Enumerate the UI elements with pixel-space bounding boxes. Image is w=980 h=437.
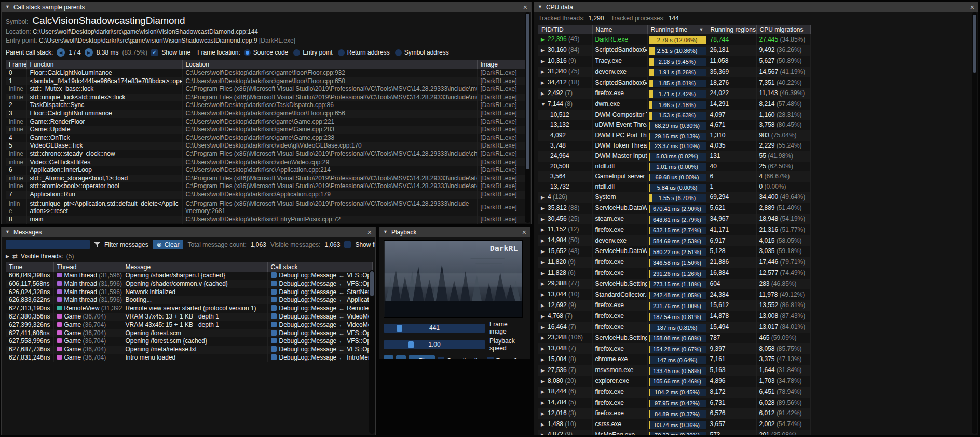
callstack-icon[interactable]	[271, 289, 277, 295]
message-row[interactable]: 627,313,190nsRemoteView (31,392)Remote v…	[6, 304, 372, 313]
expand-tree-icon[interactable]: ▶	[541, 247, 548, 257]
cpu-row[interactable]: ▶14,984 (50)devenv.exe584.69 ms (2.53%)6…	[538, 235, 810, 246]
header-running-time[interactable]: ▼ Running time	[647, 25, 707, 34]
message-row[interactable]: 606,049,398nsMain thread (31,596)Opening…	[6, 272, 372, 280]
header-image[interactable]: Image	[477, 60, 528, 69]
callstack-icon[interactable]	[271, 322, 277, 327]
prev-frame-button[interactable]: ◀	[384, 355, 393, 359]
callstack-icon[interactable]	[271, 338, 277, 343]
callstack-frame-row[interactable]: 0Floor::CalcLightNoLuminanceC:\Users\wol…	[6, 69, 528, 77]
expand-tree-icon[interactable]: ▶	[541, 204, 548, 214]
callstack-frame-row[interactable]: inlinestd::_Mutex_base::lockC:\Program F…	[6, 85, 528, 94]
expand-tree-icon[interactable]: ▶	[541, 35, 548, 45]
messages-scrollbar-thumb[interactable]	[370, 271, 374, 296]
header-frame[interactable]: Frame	[6, 60, 26, 69]
callstack-icon[interactable]	[271, 281, 277, 286]
radio-icon[interactable]	[244, 49, 251, 56]
callstack-cell[interactable]: DebugLog::Message←RemoteVie	[267, 304, 372, 313]
callstack-cell[interactable]: DebugLog::Message←IntroMenu::	[267, 354, 372, 362]
callstack-icon[interactable]	[271, 272, 277, 278]
radio-option[interactable]: Source code	[244, 49, 288, 56]
expand-tree-icon[interactable]: ▶	[541, 387, 548, 398]
cpu-row[interactable]: ▶4,768 (7)firefox.exe187.54 ms (0.81%)14…	[538, 311, 810, 322]
callstack-cell[interactable]: DebugLog::Message←StartNetwo	[267, 288, 372, 297]
cpu-row[interactable]: 3,564GameInput server69.68 us (0.00%)64 …	[538, 171, 810, 182]
expand-tree-icon[interactable]: ▶	[541, 377, 548, 387]
expand-tree-icon[interactable]: ▶	[541, 301, 548, 311]
message-row[interactable]: 627,687,736nsGame (36,704)Opening /meta/…	[6, 346, 372, 354]
callstack-scrollbar[interactable]	[525, 12, 530, 223]
cpu-row[interactable]: 10,512DWM Compositor Thread1.53 s (6.63%…	[538, 110, 810, 121]
callstack-cell[interactable]: DebugLog::Message←VFS::Open	[267, 280, 372, 288]
callstack-frame-row[interactable]: 4Game::OnTickC:\Users\wolf\Desktop\darkr…	[6, 134, 528, 142]
cpu-row[interactable]: ▶11,828 (6)firefox.exe291.26 ms (1.26%)1…	[538, 268, 810, 279]
callstack-frame-row[interactable]: 3Floor::CalcLightNoLuminanceC:\Users\wol…	[6, 110, 528, 118]
collapse-tree-icon[interactable]: ▼	[541, 100, 548, 110]
message-row[interactable]: 627,380,356nsGame (36,704)VRAM 37x45: 13…	[6, 313, 372, 321]
callstack-frame-row[interactable]: 7Application::RunC:\Users\wolf\Desktop\d…	[6, 191, 528, 199]
callstack-icon[interactable]	[271, 297, 277, 302]
callstack-frame-row[interactable]: inlinestd::unique_lock<std::mutex>::lock…	[6, 94, 528, 102]
callstack-frame-row[interactable]: 5VideoGLBase::TickC:\Users\wolf\Desktop\…	[6, 142, 528, 150]
cpu-row[interactable]: ▼7,144 (8)dwm.exe1.66 s (7.18%)14,2918,2…	[538, 99, 810, 110]
message-row[interactable]: 627,831,246nsGame (36,704)Intro menu loa…	[6, 354, 372, 362]
header-pid-tid[interactable]: PID/TID	[538, 25, 592, 34]
speed-slider[interactable]: 1.00	[384, 340, 485, 349]
cpu-row[interactable]: ▶30,456 (25)steam.exe643.61 ms (2.79%)34…	[538, 214, 810, 225]
radio-icon[interactable]	[293, 49, 300, 56]
collapse-icon[interactable]: ▼	[5, 230, 10, 234]
frame-slider[interactable]: 441	[384, 324, 485, 333]
callstack-icon[interactable]	[271, 330, 277, 336]
expand-tree-icon[interactable]: ▶	[541, 236, 548, 246]
cpu-row[interactable]: ▶12,016 (3)firefox.exe84.89 ms (0.37%)6,…	[538, 408, 810, 419]
clear-button[interactable]: ⊗ Clear	[153, 240, 184, 249]
expand-tree-icon[interactable]: ▶	[541, 333, 548, 343]
cpu-row[interactable]: ▶13,044 (10)StandardCollector.Servic242.…	[538, 289, 810, 300]
expand-tree-icon[interactable]: ▶	[541, 366, 548, 376]
expand-tree-icon[interactable]: ▶	[541, 409, 548, 419]
radio-icon[interactable]	[395, 49, 402, 56]
radio-option[interactable]: Symbol address	[395, 49, 449, 56]
cpu-titlebar[interactable]: ▼ CPU data ×	[534, 2, 978, 12]
expand-tree-icon[interactable]: ▶	[541, 78, 548, 88]
cpu-row[interactable]: ▶14,784 (5)firefox.exe97.95 ms (0.42%)6,…	[538, 398, 810, 408]
cpu-row[interactable]: ▶31,340 (75)devenv.exe1.91 s (8.26%)35,3…	[538, 67, 810, 77]
cpu-row[interactable]: ▶11,820 (9)firefox.exe346.58 ms (1.50%)2…	[538, 257, 810, 268]
collapse-icon[interactable]: ▼	[5, 5, 10, 9]
cpu-row[interactable]: ▶18,444 (6)firefox.exe104.2 ms (0.45%)8,…	[538, 387, 810, 398]
header-callstack[interactable]: Call stack	[267, 262, 372, 272]
expand-tree-icon[interactable]: ▶	[541, 46, 548, 56]
header-function[interactable]: Function	[26, 60, 182, 69]
callstack-cell[interactable]: DebugLog::Message←VFS::Open	[267, 337, 372, 346]
expand-tree-icon[interactable]: ▶	[541, 430, 548, 435]
playback-titlebar[interactable]: ▼ Playback ×	[379, 227, 530, 237]
header-location[interactable]: Location	[182, 60, 477, 69]
cpu-row[interactable]: ▶4 (126)System1.55 s (6.70%)69,29434,400…	[538, 192, 810, 203]
expand-tree-icon[interactable]: ▶	[541, 193, 548, 203]
cpu-row[interactable]: ▶35,812 (88)ServiceHub.DataWarehou670.41…	[538, 203, 810, 214]
callstack-icon[interactable]	[271, 305, 277, 311]
cpu-row[interactable]: ▶11,152 (12)firefox.exe632.15 ms (2.74%)…	[538, 224, 810, 235]
expand-tree-icon[interactable]: ▶	[541, 269, 548, 279]
cpu-row[interactable]: ▶23,348 (106)ServiceHub.SettingsHost158.…	[538, 333, 810, 343]
expand-tree-icon[interactable]: ▶	[541, 398, 548, 408]
callstack-frame-row[interactable]: 1<lambda_84a19dc444fae966ca174e83e708bdc…	[6, 77, 528, 86]
collapse-icon[interactable]: ▼	[538, 5, 542, 9]
expand-tree-icon[interactable]: ▶	[541, 279, 548, 289]
collapse-icon[interactable]: ▼	[383, 230, 388, 234]
cpu-row[interactable]: ▶30,160 (84)ScriptedSandbox64.exe2.51 s …	[538, 45, 810, 56]
callstack-cell[interactable]: DebugLog::Message←VFS::Open	[267, 329, 372, 338]
cpu-row[interactable]: 24,964DWM Master Input Thread5.03 ms (0.…	[538, 151, 810, 162]
cpu-row[interactable]: ▶22,396 (49)DarkRL.exe2.79 s (12.06%)78,…	[538, 34, 810, 45]
callstack-frame-row[interactable]: inlinestd::chrono::steady_clock::nowC:\P…	[6, 150, 528, 158]
expand-tree-icon[interactable]: ▶	[541, 89, 548, 99]
next-frame-button[interactable]: ▶	[396, 355, 406, 359]
radio-icon[interactable]	[338, 49, 345, 56]
expand-tree-icon[interactable]: ▶	[541, 215, 548, 225]
callstack-cell[interactable]: DebugLog::Message←VFS::Open	[267, 346, 372, 354]
radio-option[interactable]: Entry point	[293, 49, 332, 56]
header-time[interactable]: Time	[6, 262, 53, 272]
cpu-row[interactable]: ▶8,080 (20)explorer.exe105.66 ms (0.46%)…	[538, 376, 810, 387]
cpu-row[interactable]: ▶29,388 (77)ServiceHub.SettingsHost273.1…	[538, 279, 810, 289]
message-row[interactable]: 626,024,328nsMain thread (31,596)Network…	[6, 288, 372, 297]
